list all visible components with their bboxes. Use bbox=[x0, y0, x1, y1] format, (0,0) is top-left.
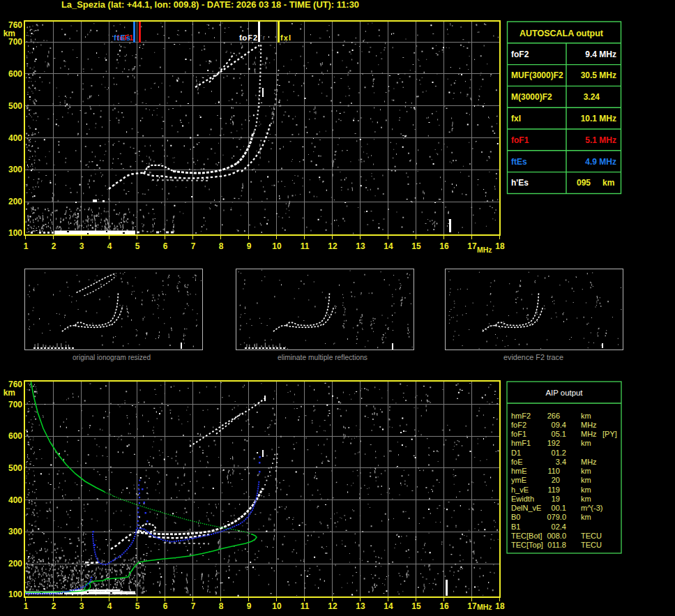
svg-text:095: 095 bbox=[577, 178, 591, 188]
svg-text:TECU: TECU bbox=[581, 532, 602, 540]
svg-text:AUTOSCALA output: AUTOSCALA output bbox=[519, 28, 604, 38]
svg-text:TEC[Bot]: TEC[Bot] bbox=[511, 532, 543, 540]
svg-text:1: 1 bbox=[24, 241, 29, 251]
svg-text:600: 600 bbox=[8, 69, 22, 79]
svg-text:110: 110 bbox=[547, 467, 560, 475]
svg-text:3.24: 3.24 bbox=[584, 92, 600, 102]
svg-text:05.1: 05.1 bbox=[552, 430, 566, 438]
svg-text:foE: foE bbox=[511, 458, 523, 466]
svg-text:15: 15 bbox=[411, 601, 421, 611]
svg-text:TEC[Top]: TEC[Top] bbox=[511, 541, 543, 549]
svg-text:TECU: TECU bbox=[581, 541, 602, 549]
svg-text:1: 1 bbox=[24, 601, 29, 611]
svg-text:700: 700 bbox=[8, 400, 22, 410]
svg-text:4: 4 bbox=[107, 601, 112, 611]
svg-text:16: 16 bbox=[439, 241, 449, 251]
svg-text:7: 7 bbox=[191, 601, 196, 611]
svg-text:10: 10 bbox=[272, 601, 282, 611]
svg-text:100: 100 bbox=[8, 228, 22, 238]
svg-text:2: 2 bbox=[52, 601, 56, 611]
svg-text:8: 8 bbox=[219, 241, 224, 251]
svg-text:6: 6 bbox=[163, 601, 168, 611]
svg-text:11: 11 bbox=[301, 601, 310, 611]
svg-text:300: 300 bbox=[8, 527, 22, 536]
svg-text:B1: B1 bbox=[511, 523, 520, 531]
svg-text:16: 16 bbox=[439, 601, 449, 611]
svg-text:h_vE: h_vE bbox=[511, 486, 529, 494]
svg-text:km: km bbox=[581, 513, 591, 521]
svg-text:km: km bbox=[581, 439, 591, 447]
svg-text:00.1: 00.1 bbox=[552, 504, 566, 512]
svg-text:192: 192 bbox=[547, 439, 560, 447]
svg-text:ymE: ymE bbox=[511, 476, 526, 484]
svg-text:14: 14 bbox=[384, 601, 393, 611]
svg-text:14: 14 bbox=[384, 241, 393, 251]
svg-text:foF2: foF2 bbox=[511, 50, 529, 59]
svg-text:h'Es: h'Es bbox=[511, 178, 529, 188]
svg-text:fxI: fxI bbox=[511, 114, 521, 123]
svg-text:foF2: foF2 bbox=[511, 421, 526, 429]
svg-text:La_Spezia (lat: +44.1, lon: 00: La_Spezia (lat: +44.1, lon: 009.8) - DAT… bbox=[61, 0, 359, 10]
svg-text:foF2: foF2 bbox=[239, 33, 257, 42]
svg-text:266: 266 bbox=[547, 412, 560, 420]
svg-text:hmE: hmE bbox=[511, 467, 527, 475]
svg-text:079.0: 079.0 bbox=[547, 513, 566, 521]
svg-text:B0: B0 bbox=[511, 513, 520, 521]
svg-text:5: 5 bbox=[135, 241, 140, 251]
svg-text:r: r bbox=[263, 34, 265, 41]
svg-text:13: 13 bbox=[356, 241, 365, 251]
svg-text:km: km bbox=[581, 486, 591, 494]
svg-text:4.9 MHz: 4.9 MHz bbox=[585, 157, 616, 167]
svg-text:hmF2: hmF2 bbox=[511, 412, 531, 420]
svg-text:200: 200 bbox=[8, 197, 22, 206]
svg-text:fxI: fxI bbox=[280, 33, 291, 42]
svg-text:foF1: foF1 bbox=[511, 430, 526, 438]
svg-text:DelN_vE: DelN_vE bbox=[511, 504, 541, 512]
svg-text:km: km bbox=[3, 388, 15, 398]
svg-text:Ewidth: Ewidth bbox=[511, 495, 534, 503]
svg-text:ftEs: ftEs bbox=[511, 157, 527, 167]
svg-text:500: 500 bbox=[8, 101, 22, 111]
svg-text:5.1 MHz: 5.1 MHz bbox=[585, 135, 616, 145]
svg-text:MHz: MHz bbox=[581, 458, 597, 466]
svg-text:km: km bbox=[581, 476, 591, 484]
svg-text:km: km bbox=[602, 178, 614, 188]
svg-text:18: 18 bbox=[495, 601, 505, 611]
svg-text:m^(-3): m^(-3) bbox=[581, 504, 602, 512]
svg-text:600: 600 bbox=[8, 431, 22, 441]
svg-text:8: 8 bbox=[219, 601, 224, 611]
svg-text:18: 18 bbox=[495, 241, 505, 251]
svg-text:3.4: 3.4 bbox=[556, 458, 566, 466]
svg-text:foF1: foF1 bbox=[511, 135, 529, 145]
svg-text:ftEs: ftEs bbox=[114, 33, 130, 42]
svg-text:17: 17 bbox=[467, 241, 477, 251]
svg-text:700: 700 bbox=[8, 37, 22, 47]
svg-text:11: 11 bbox=[301, 241, 310, 251]
svg-text:MHz: MHz bbox=[581, 421, 597, 429]
svg-text:12: 12 bbox=[328, 241, 338, 251]
svg-text:15: 15 bbox=[411, 241, 421, 251]
svg-text:008.0: 008.0 bbox=[547, 532, 566, 540]
svg-text:30.5 MHz: 30.5 MHz bbox=[581, 70, 616, 80]
svg-text:200: 200 bbox=[8, 559, 22, 569]
svg-text:01.2: 01.2 bbox=[552, 449, 566, 457]
svg-text:9: 9 bbox=[247, 241, 252, 251]
svg-text:400: 400 bbox=[8, 133, 22, 143]
svg-text:7: 7 bbox=[191, 241, 196, 251]
svg-text:[PY]: [PY] bbox=[602, 430, 617, 438]
svg-text:119: 119 bbox=[547, 486, 560, 494]
svg-text:eliminate multiple reflections: eliminate multiple reflections bbox=[278, 353, 367, 361]
svg-text:20: 20 bbox=[552, 476, 560, 484]
svg-text:4: 4 bbox=[107, 241, 112, 251]
svg-text:km: km bbox=[581, 412, 591, 420]
svg-text:evidence F2 trace: evidence F2 trace bbox=[503, 353, 563, 361]
svg-text:MHz: MHz bbox=[477, 246, 492, 254]
svg-text:3: 3 bbox=[79, 601, 84, 611]
svg-text:02.4: 02.4 bbox=[552, 523, 566, 531]
svg-text:011.8: 011.8 bbox=[547, 541, 566, 549]
svg-text:2: 2 bbox=[52, 241, 56, 251]
svg-text:MHz: MHz bbox=[581, 430, 597, 438]
svg-text:MHz: MHz bbox=[477, 603, 492, 611]
svg-text:M(3000)F2: M(3000)F2 bbox=[511, 92, 552, 102]
svg-text:km: km bbox=[581, 467, 591, 475]
